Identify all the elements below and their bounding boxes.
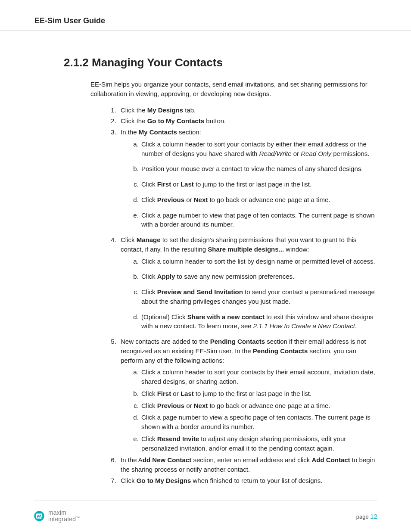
step-3a: Click a column header to sort your conta… [140, 140, 377, 159]
step-4b: Click Apply to save any new permission p… [140, 272, 377, 281]
running-header: EE-Sim User Guide [0, 0, 411, 25]
step-5c: Click Previous or Next to go back or adv… [140, 401, 377, 411]
step-6: In the Add New Contact section, enter an… [118, 455, 377, 474]
content: 2.1.2 Managing Your Contacts EE-Sim help… [64, 56, 377, 487]
step-3: In the My Contacts section: Click a colu… [118, 128, 377, 229]
step-5a: Click a column header to sort your conta… [140, 367, 377, 386]
section-heading: 2.1.2 Managing Your Contacts [64, 56, 377, 69]
maxim-logo-icon [34, 510, 45, 522]
step-3b: Position your mouse over a contact to vi… [140, 164, 377, 174]
page-label: page [356, 513, 371, 520]
page-number-value: 12 [370, 513, 377, 520]
header-title: EE-Sim User Guide [34, 16, 411, 25]
brand-line-1: maxim [48, 510, 80, 516]
intro-paragraph: EE-Sim helps you organize your contacts,… [90, 80, 377, 99]
step-5-sublist: Click a column header to sort your conta… [128, 367, 377, 453]
footer: maxim integrated™ page 12 [34, 507, 377, 525]
brand-logo: maxim integrated™ [34, 510, 80, 522]
footer-rule [34, 501, 377, 501]
step-4d: (Optional) Click Share with a new contac… [140, 312, 377, 331]
step-4a: Click a column header to sort the list b… [140, 257, 377, 266]
brand-logo-text: maxim integrated™ [48, 510, 80, 522]
section-number: 2.1.2 [64, 56, 89, 69]
section-title: Managing Your Contacts [92, 56, 223, 69]
step-2: Click the Go to My Contacts button. [118, 116, 377, 126]
step-3c: Click First or Last to jump to the first… [140, 180, 377, 189]
step-4: Click Manage to set the design's sharing… [118, 235, 377, 331]
step-3-sublist: Click a column header to sort your conta… [128, 140, 377, 229]
step-1: Click the My Designs tab. [118, 106, 377, 115]
page: EE-Sim User Guide 2.1.2 Managing Your Co… [0, 0, 411, 532]
brand-line-2: integrated™ [48, 516, 80, 523]
steps-list: Click the My Designs tab. Click the Go t… [106, 106, 377, 485]
step-3e: Click a page number to view that page of… [140, 211, 377, 230]
step-5b: Click First or Last to jump to the first… [140, 389, 377, 398]
step-5e: Click Resend Invite to adjust any design… [140, 434, 377, 453]
step-4-sublist: Click a column header to sort the list b… [128, 257, 377, 331]
step-4c: Click Preview and Send Invitation to sen… [140, 287, 377, 306]
step-7: Click Go to My Designs when finished to … [118, 476, 377, 485]
step-5: New contacts are added to the Pending Co… [118, 337, 377, 453]
header-rule [0, 30, 411, 31]
page-number: page 12 [356, 513, 377, 520]
step-5d: Click a page number to view a specific p… [140, 413, 377, 432]
step-3d: Click Previous or Next to go back or adv… [140, 195, 377, 205]
